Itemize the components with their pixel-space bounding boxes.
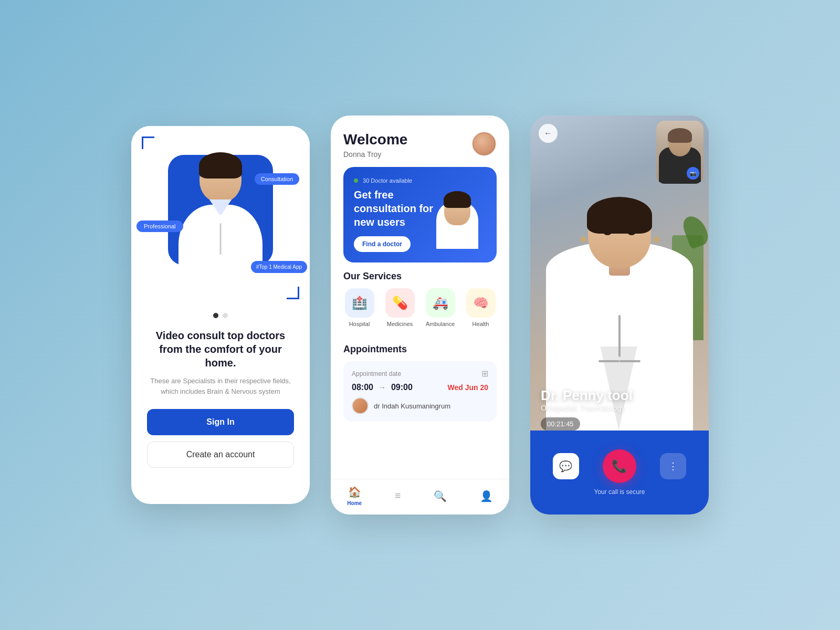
- tag-consultation: Consultation: [255, 173, 299, 185]
- tag-medical-app: #Top 1 Medical App: [251, 261, 307, 273]
- self-view-pip: 📷: [656, 121, 704, 184]
- back-icon: ←: [544, 129, 552, 138]
- banner-doctor-illustration: [434, 181, 486, 249]
- phone-home: Welcome Donna Troy 30 Doctor available G…: [331, 116, 509, 514]
- doctor-illustration: [168, 147, 273, 304]
- medicines-label: Medicines: [387, 321, 413, 327]
- service-health[interactable]: 🧠 Health: [466, 288, 496, 327]
- call-doctor-specialty: Othopedist, Traumatology: [541, 404, 633, 412]
- ambulance-icon: 🚑: [426, 288, 455, 318]
- home-header: Welcome Donna Troy: [331, 116, 509, 167]
- call-timer: 00:21:45: [541, 417, 580, 430]
- camera-switch-button[interactable]: 📷: [687, 167, 699, 180]
- ambulance-label: Ambulance: [426, 321, 455, 327]
- availability-dot: [354, 178, 358, 183]
- nav-home[interactable]: 🏠 Home: [347, 486, 362, 506]
- appointment-doctor-avatar: [352, 397, 369, 414]
- appointment-header: Appointment date ⊞: [352, 369, 488, 379]
- hospital-label: Hospital: [349, 321, 370, 327]
- chat-button[interactable]: 💬: [553, 453, 579, 479]
- video-background: ← 📷 Dr. Penny tool Othopedist, Traumatol…: [530, 116, 709, 514]
- nav-search[interactable]: 🔍: [434, 490, 447, 502]
- home-icon: 🏠: [348, 486, 361, 498]
- end-call-button[interactable]: 📞: [603, 449, 636, 483]
- appointment-card[interactable]: Appointment date ⊞ 08:00 → 09:00 Wed Jun…: [343, 361, 497, 422]
- list-icon: ≡: [395, 490, 401, 502]
- dot-2[interactable]: [223, 313, 228, 318]
- services-grid: 🏥 Hospital 💊 Medicines 🚑 Ambulance 🧠 Hea…: [331, 288, 509, 335]
- appointment-start-time: 08:00: [352, 383, 373, 392]
- appointment-time-row: 08:00 → 09:00 Wed Jun 20: [352, 383, 488, 392]
- appointment-date-label: Appointment date: [352, 370, 401, 377]
- main-title: Video consult top doctors from the comfo…: [147, 329, 294, 370]
- back-button[interactable]: ←: [539, 124, 558, 143]
- signin-button[interactable]: Sign In: [147, 409, 294, 435]
- doctor-availability: 30 Doctor available: [354, 177, 434, 184]
- user-avatar[interactable]: [471, 131, 497, 156]
- call-controls-bar: 💬 📞 ⋮ Your call is secure: [530, 430, 709, 514]
- welcome-label: Welcome: [343, 131, 407, 148]
- create-account-button[interactable]: Create an account: [147, 442, 294, 468]
- service-medicines[interactable]: 💊 Medicines: [385, 288, 415, 327]
- chat-icon: 💬: [559, 460, 572, 472]
- secure-call-label: Your call is secure: [594, 488, 645, 496]
- avatar-image: [474, 133, 495, 154]
- call-controls: 💬 📞 ⋮: [530, 449, 709, 483]
- hospital-icon: 🏥: [345, 288, 374, 318]
- bottom-navigation: 🏠 Home ≡ 🔍 👤: [331, 479, 509, 514]
- phone-signin: Consultation Professional #Top 1 Medical…: [131, 126, 310, 504]
- doctor-info-overlay: Dr. Penny tool Othopedist, Traumatology …: [541, 387, 633, 430]
- health-icon: 🧠: [466, 288, 496, 318]
- service-hospital[interactable]: 🏥 Hospital: [345, 288, 374, 327]
- appointments-section: Appointment date ⊞ 08:00 → 09:00 Wed Jun…: [331, 361, 509, 422]
- find-doctor-button[interactable]: Find a doctor: [354, 236, 411, 252]
- hero-section: Consultation Professional #Top 1 Medical…: [131, 126, 310, 304]
- appointment-end-time: 09:00: [391, 383, 413, 392]
- grid-icon: ⊞: [481, 369, 488, 379]
- end-call-icon: 📞: [612, 459, 627, 474]
- welcome-text-group: Welcome Donna Troy: [343, 131, 407, 159]
- user-name: Donna Troy: [343, 150, 407, 159]
- more-options-button[interactable]: ⋮: [660, 453, 686, 479]
- banner-text: 30 Doctor available Get free consultatio…: [354, 177, 434, 252]
- carousel-dots: [131, 304, 310, 323]
- service-ambulance[interactable]: 🚑 Ambulance: [426, 288, 455, 327]
- dot-1[interactable]: [213, 313, 218, 318]
- appointments-section-title: Appointments: [331, 335, 509, 361]
- more-icon: ⋮: [668, 460, 678, 472]
- search-icon: 🔍: [434, 490, 447, 502]
- nav-profile[interactable]: 👤: [480, 490, 493, 502]
- services-section-title: Our Services: [331, 262, 509, 288]
- arrow-icon: →: [379, 383, 386, 392]
- banner-title: Get free consultation for new users: [354, 188, 434, 229]
- medicines-icon: 💊: [385, 288, 415, 318]
- profile-icon: 👤: [480, 490, 493, 502]
- tag-professional: Professional: [136, 220, 183, 232]
- health-label: Health: [472, 321, 489, 327]
- home-nav-label: Home: [347, 500, 362, 506]
- signin-content: Video consult top doctors from the comfo…: [131, 323, 310, 478]
- nav-list[interactable]: ≡: [395, 490, 401, 502]
- main-subtitle: These are Specialists in their respectiv…: [147, 376, 294, 396]
- call-doctor-name: Dr. Penny tool: [541, 387, 633, 404]
- appointment-doctor-row: dr Indah Kusumaningrum: [352, 397, 488, 414]
- corner-decoration-br: [287, 287, 299, 299]
- corner-decoration-tl: [142, 136, 154, 149]
- appointment-doctor-name: dr Indah Kusumaningrum: [374, 402, 450, 410]
- appointment-day: Wed Jun 20: [447, 383, 488, 392]
- phone-video-call: ← 📷 Dr. Penny tool Othopedist, Traumatol…: [530, 116, 709, 514]
- promo-banner: 30 Doctor available Get free consultatio…: [343, 167, 497, 262]
